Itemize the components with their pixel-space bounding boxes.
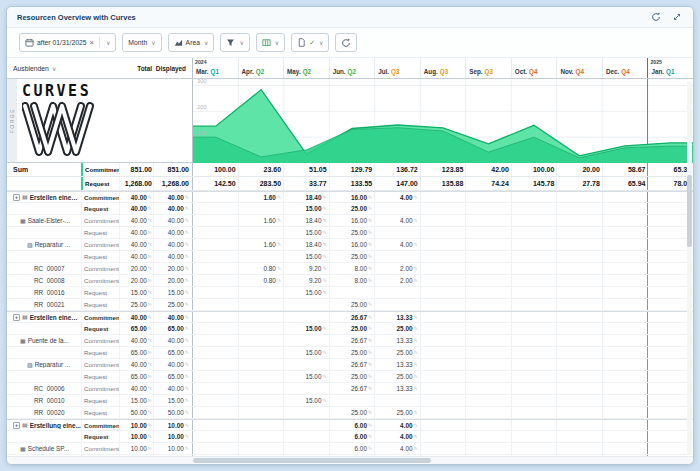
value-cell[interactable]	[465, 239, 511, 250]
value-cell[interactable]	[238, 431, 284, 442]
edit-icon[interactable]: ✎	[414, 315, 418, 320]
value-cell[interactable]	[420, 335, 466, 346]
value-cell[interactable]	[556, 347, 602, 358]
edit-icon[interactable]: ✎	[414, 338, 418, 343]
edit-icon[interactable]: ✎	[148, 446, 152, 451]
edit-icon[interactable]: ✎	[185, 326, 189, 331]
value-cell[interactable]	[511, 251, 557, 262]
edit-icon[interactable]: ✎	[185, 278, 189, 283]
month-header-jul[interactable]: Jul.Q3	[374, 58, 420, 78]
value-cell[interactable]	[602, 299, 648, 310]
value-cell[interactable]	[238, 347, 284, 358]
displayed-cell[interactable]: 40.00✎	[153, 239, 193, 250]
value-cell[interactable]: 18.40✎	[283, 215, 329, 226]
value-cell[interactable]	[556, 275, 602, 286]
edit-icon[interactable]: ✎	[368, 195, 372, 200]
edit-icon[interactable]: ✎	[414, 195, 418, 200]
value-cell[interactable]	[238, 312, 284, 322]
value-cell[interactable]	[465, 323, 511, 334]
value-cell[interactable]	[283, 431, 329, 442]
displayed-cell[interactable]: 40.00✎	[153, 383, 193, 394]
value-cell[interactable]	[602, 335, 648, 346]
edit-icon[interactable]: ✎	[368, 350, 372, 355]
value-cell[interactable]	[193, 359, 238, 370]
value-cell[interactable]	[238, 371, 284, 382]
edit-icon[interactable]: ✎	[414, 423, 418, 428]
value-cell[interactable]	[556, 335, 602, 346]
columns-chip[interactable]: ∨	[256, 33, 285, 52]
value-cell[interactable]	[556, 443, 602, 454]
value-cell[interactable]	[602, 347, 648, 358]
horizontal-scrollbar[interactable]	[7, 456, 693, 464]
value-cell[interactable]	[602, 431, 648, 442]
value-cell[interactable]	[556, 215, 602, 226]
value-cell[interactable]: 4.00✎	[374, 443, 420, 454]
value-cell[interactable]	[238, 287, 284, 298]
value-cell[interactable]	[420, 227, 466, 238]
value-cell[interactable]: 25.00✎	[329, 347, 375, 358]
value-cell[interactable]	[556, 299, 602, 310]
value-cell[interactable]	[602, 227, 648, 238]
month-header-aug[interactable]: Aug.Q3	[420, 58, 466, 78]
edit-icon[interactable]: ✎	[277, 195, 281, 200]
displayed-cell[interactable]: 50.00✎	[153, 407, 193, 418]
month-header-sep[interactable]: Sep.Q3	[465, 58, 511, 78]
value-cell[interactable]	[465, 443, 511, 454]
edit-icon[interactable]: ✎	[148, 423, 152, 428]
expander-icon[interactable]: +	[13, 314, 20, 321]
value-cell[interactable]: 15.00✎	[283, 347, 329, 358]
edit-icon[interactable]: ✎	[414, 266, 418, 271]
value-cell[interactable]	[193, 251, 238, 262]
vertical-scrollbar-thumb[interactable]	[687, 175, 692, 247]
value-cell[interactable]	[193, 239, 238, 250]
value-cell[interactable]	[374, 227, 420, 238]
value-cell[interactable]: 15.00✎	[283, 251, 329, 262]
value-cell[interactable]	[193, 323, 238, 334]
edit-icon[interactable]: ✎	[414, 242, 418, 247]
edit-icon[interactable]: ✎	[148, 206, 152, 211]
total-cell[interactable]: 40.00✎	[119, 227, 153, 238]
edit-icon[interactable]: ✎	[148, 374, 152, 379]
total-cell[interactable]: 15.00✎	[119, 287, 153, 298]
value-cell[interactable]	[374, 287, 420, 298]
edit-icon[interactable]: ✎	[368, 218, 372, 223]
edit-icon[interactable]: ✎	[322, 242, 326, 247]
value-cell[interactable]	[238, 323, 284, 334]
value-cell[interactable]	[511, 407, 557, 418]
value-cell[interactable]	[511, 312, 557, 322]
edit-icon[interactable]: ✎	[185, 423, 189, 428]
value-cell[interactable]	[511, 299, 557, 310]
value-cell[interactable]	[556, 395, 602, 406]
total-cell[interactable]: 20.00✎	[119, 275, 153, 286]
value-cell[interactable]	[193, 275, 238, 286]
edit-icon[interactable]: ✎	[148, 290, 152, 295]
chevron-down-icon[interactable]: ∨	[319, 39, 323, 46]
edit-icon[interactable]: ✎	[414, 350, 418, 355]
value-cell[interactable]	[602, 420, 648, 430]
value-cell[interactable]	[238, 227, 284, 238]
value-cell[interactable]: 1.60✎	[238, 239, 284, 250]
edit-icon[interactable]: ✎	[368, 302, 372, 307]
value-cell[interactable]	[238, 359, 284, 370]
value-cell[interactable]	[602, 275, 648, 286]
month-header-apr[interactable]: Apr.Q2	[238, 58, 284, 78]
value-cell[interactable]	[193, 215, 238, 226]
edit-icon[interactable]: ✎	[148, 386, 152, 391]
edit-icon[interactable]: ✎	[277, 218, 281, 223]
value-cell[interactable]	[374, 395, 420, 406]
total-cell[interactable]: 65.00✎	[119, 347, 153, 358]
value-cell[interactable]	[602, 371, 648, 382]
edit-icon[interactable]: ✎	[185, 398, 189, 403]
value-cell[interactable]	[193, 443, 238, 454]
value-cell[interactable]: 4.00✎	[374, 192, 420, 202]
value-cell[interactable]: 25.00✎	[374, 371, 420, 382]
displayed-cell[interactable]: 40.00✎	[153, 312, 193, 322]
edit-icon[interactable]: ✎	[185, 446, 189, 451]
edit-icon[interactable]: ✎	[148, 326, 152, 331]
value-cell[interactable]	[420, 299, 466, 310]
total-cell[interactable]: 40.00✎	[119, 239, 153, 250]
value-cell[interactable]	[556, 287, 602, 298]
value-cell[interactable]	[238, 420, 284, 430]
value-cell[interactable]	[420, 263, 466, 274]
value-cell[interactable]	[602, 407, 648, 418]
